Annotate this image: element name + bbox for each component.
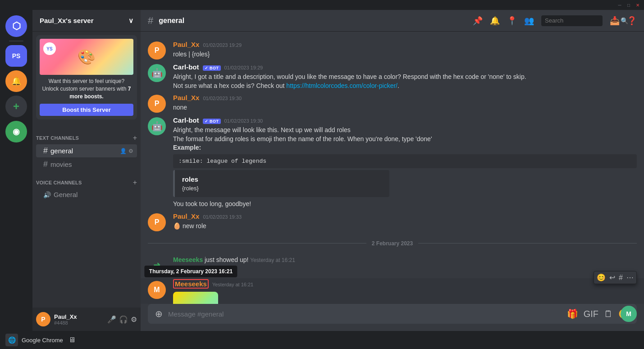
message-content: Paul_Xx 01/02/2023 19:29 roles | {roles} (173, 41, 637, 60)
channel-name-movies: movies (50, 161, 72, 168)
message-timestamp: 01/02/2023 19:30 (224, 118, 263, 124)
meeseeks-sticker: 🐦 (173, 292, 218, 304)
add-text-channel-button[interactable]: + (133, 134, 137, 142)
members-button[interactable]: 👥 (524, 16, 534, 26)
message-group: P Paul_Xx 01/02/2023 19:33 🥚 new role (141, 211, 644, 233)
message-author: Paul_Xx (173, 94, 199, 101)
help-button[interactable]: ❓ (627, 16, 637, 26)
username: Paul_Xx (54, 313, 104, 320)
main-content: # general 📌 🔔 📍 👥 🔍 📥 ❓ P (141, 10, 644, 331)
text-channels-label: TEXT CHANNELS (36, 135, 79, 141)
add-voice-channel-button[interactable]: + (133, 179, 137, 187)
message-content: Meeseeks Thursday, 2 February 2023 16:21… (173, 280, 637, 304)
share-screen-button[interactable]: 🖥 (69, 336, 76, 344)
message-content: Paul_Xx 01/02/2023 19:30 none (173, 94, 637, 113)
server-icon-orange[interactable]: 🔔 (5, 70, 27, 92)
message-timestamp: 01/02/2023 19:30 (203, 96, 242, 101)
invite-channel-button[interactable]: 👤 (120, 148, 127, 154)
channel-header-name: general (159, 17, 184, 25)
add-attachment-button[interactable]: ⊕ (155, 308, 163, 319)
server-icon-discord[interactable]: ⬡ (5, 15, 27, 37)
message-text-goodbye: You took too long, goodbye! (173, 200, 637, 209)
date-divider-text: 2 February 2023 (372, 240, 413, 247)
voice-channels-category[interactable]: VOICE CHANNELS + (32, 171, 141, 188)
message-group: 🤖 Carl-bot ✓ BOT 01/02/2023 19:30 Alrigh… (141, 115, 644, 210)
message-input-area: ⊕ 🎁 GIF 🗒 😊 (141, 304, 644, 331)
wave-icon: 👋 (178, 268, 185, 275)
minimize-button[interactable]: ─ (617, 2, 622, 8)
deafen-button[interactable]: 🎧 (119, 315, 128, 324)
message-author: Paul_Xx (173, 41, 199, 48)
color-picker-link[interactable]: https://htmlcolorcodes.com/color-picker/ (286, 82, 397, 89)
channel-name-general: general (50, 147, 73, 155)
meeseeks-avatar-floating: M (621, 306, 637, 322)
channel-item-voice-general[interactable]: 🔊 General (36, 189, 137, 200)
server-icon-ps[interactable]: PS (5, 45, 27, 67)
app-name: Google Chrome (22, 337, 63, 344)
message-text: Alright, the message will look like this… (173, 126, 637, 152)
maximize-button[interactable]: □ (626, 2, 631, 8)
user-controls: 🎤 🎧 ⚙ (107, 315, 137, 324)
system-message-text: Meeseeks just showed up! Yesterday at 16… (173, 256, 637, 265)
channel-list: TEXT CHANNELS + # general 👤 ⚙ # movies V… (32, 123, 141, 308)
channel-item-general[interactable]: # general 👤 ⚙ (36, 144, 137, 157)
message-text: 🥚 new role (173, 222, 637, 231)
message-author: Carl-bot (173, 116, 199, 124)
message-text: none (173, 103, 637, 112)
server-header[interactable]: Paul_Xx's server ∨ (32, 10, 141, 32)
gift-button[interactable]: 🎁 (567, 308, 578, 319)
wave-button[interactable]: 👋 Wave to say hi! (173, 266, 231, 276)
app-icon: 🌐 (5, 334, 18, 346)
avatar: P (148, 41, 166, 60)
settings-channel-button[interactable]: ⚙ (128, 148, 133, 154)
boost-server-button[interactable]: Boost this Server (40, 104, 133, 116)
message-timestamp: Yesterday at 16:21 (212, 282, 253, 287)
divider-line (148, 243, 366, 243)
add-server-button[interactable]: + (5, 96, 27, 117)
avatar: M (148, 281, 166, 299)
date-divider: 2 February 2023 (141, 233, 644, 254)
message-input[interactable] (168, 310, 562, 318)
system-message-content: Meeseeks just showed up! Yesterday at 16… (173, 256, 637, 277)
search-input[interactable] (545, 17, 621, 24)
explore-server-button[interactable]: ◉ (5, 121, 27, 142)
embed-description: {roles} (182, 185, 382, 192)
channel-sidebar: Paul_Xx's server ∨ ✕ YS 🎨 Want this serv… (32, 10, 141, 331)
user-info: Paul_Xx #4488 (54, 313, 104, 326)
text-channels-category[interactable]: TEXT CHANNELS + (32, 127, 141, 144)
banner-image: YS 🎨 (40, 39, 133, 75)
channel-item-movies[interactable]: # movies (36, 158, 137, 171)
message-group-meeseeks: 😊 ↩ # ⋯ M Meeseeks Thursday, 2 February … (141, 278, 644, 304)
inbox-button[interactable]: 📥 (610, 16, 620, 26)
pin-button[interactable]: 📍 (507, 16, 517, 26)
system-join-icon: ➜ (148, 256, 166, 274)
close-button[interactable]: ✕ (635, 2, 640, 8)
message-content: Carl-bot ✓ BOT 01/02/2023 19:30 Alright,… (173, 116, 637, 208)
message-content: Paul_Xx 01/02/2023 19:33 🥚 new role (173, 212, 637, 231)
settings-button[interactable]: ⚙ (131, 315, 137, 324)
mute-button[interactable]: 🎤 (107, 315, 116, 324)
wave-button-label: Wave to say hi! (187, 268, 226, 275)
meeseeks-author-highlighted: Meeseeks (173, 279, 209, 289)
notification-button[interactable]: 🔔 (490, 16, 500, 26)
server-dropdown-icon: ∨ (128, 17, 133, 25)
bottom-bar: 🌐 Google Chrome 🖥 (0, 331, 644, 349)
message-text: roles | {roles} (173, 50, 637, 59)
voice-channel-icon: 🔊 (43, 191, 51, 198)
gif-button[interactable]: GIF (584, 309, 598, 319)
channel-hash-icon: # (43, 146, 48, 156)
channel-header-hash: # (148, 15, 153, 27)
banner-text: Want this server to feel unique? Unlock … (40, 78, 133, 100)
system-message: ➜ Meeseeks just showed up! Yesterday at … (141, 254, 644, 279)
search-box[interactable]: 🔍 (541, 15, 603, 26)
user-panel: P Paul_Xx #4488 🎤 🎧 ⚙ (32, 308, 141, 331)
user-discriminator: #4488 (54, 320, 104, 326)
divider-line (418, 243, 637, 243)
message-text: Alright, I got a title and a description… (173, 73, 637, 90)
bot-badge: ✓ BOT (203, 65, 221, 71)
channel-header: # general 📌 🔔 📍 👥 🔍 📥 ❓ (141, 10, 644, 32)
pin-header-button[interactable]: 📌 (473, 16, 483, 26)
boost-banner: ✕ YS 🎨 Want this server to feel unique? … (36, 35, 137, 119)
embed-title: roles (182, 175, 382, 183)
sticker-button[interactable]: 🗒 (604, 309, 613, 319)
